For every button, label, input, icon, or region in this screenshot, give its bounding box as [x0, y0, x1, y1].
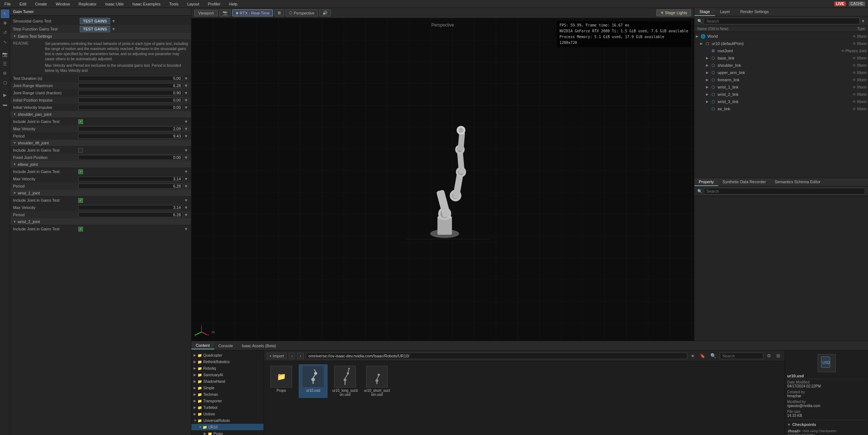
perspective-btn[interactable]: ⬡ Perspective — [286, 9, 318, 16]
menu-item-help[interactable]: Help — [228, 1, 239, 7]
asset-ur10[interactable]: ur10.usd — [299, 364, 328, 398]
stage-lights-button[interactable]: ☀ Stage Lights — [656, 9, 691, 16]
step-function-test-gains-button[interactable]: TEST GAINS — [80, 26, 110, 32]
wrist2-link-eye-icon[interactable]: 👁 — [852, 93, 857, 97]
tab-layer[interactable]: Layer — [715, 8, 735, 16]
tree-item-shoulder-link[interactable]: ▶ ⬡ shoulder_link 👁 Xform — [694, 62, 868, 69]
path-input[interactable] — [306, 353, 687, 359]
file-item-turtlebot[interactable]: ▶ 📁 Turtlebot — [191, 404, 263, 411]
sidebar-icon-graph[interactable]: ⬡ — [1, 78, 9, 87]
shoulder-pan-period-input[interactable]: 9.43 — [78, 134, 183, 139]
file-item-props[interactable]: ▶ 📁 Props — [191, 430, 263, 435]
stage-filter-icon[interactable]: ▼ — [861, 19, 865, 23]
ur10-eye-icon[interactable]: 👁 — [852, 42, 857, 46]
sidebar-icon-move[interactable]: ✥ — [1, 19, 9, 28]
rtx-mode-btn[interactable]: ◈ RTX - Real-Time — [232, 9, 273, 16]
camera-icon-btn[interactable]: 📷 — [219, 9, 231, 16]
menu-item-edit[interactable]: Edit — [18, 1, 28, 7]
elbow-period-input[interactable]: 6.28 — [78, 184, 183, 189]
sidebar-icon-camera[interactable]: 📷 — [1, 50, 9, 59]
menu-item-file[interactable]: File — [3, 1, 12, 7]
menu-item-tools[interactable]: Tools — [168, 1, 180, 7]
elbow-include-checkbox[interactable]: ✓ — [78, 169, 83, 174]
menu-item-profiler[interactable]: Profiler — [207, 1, 222, 7]
sidebar-icon-bars[interactable]: ▬ — [1, 100, 9, 109]
wrist1-period-input[interactable]: 6.28 — [78, 212, 183, 217]
sidebar-icon-scale[interactable]: ⤡ — [1, 38, 9, 46]
tab-semantics[interactable]: Semantics Schema Editor — [770, 178, 825, 186]
checkpoint-head[interactable]: #head> <Not using Checkpoint> 04/17/24 0… — [787, 428, 866, 435]
tree-item-rootjoint[interactable]: ⚙ rootJoint 👁 Physics Joint — [694, 47, 868, 54]
rootjoint-eye-icon[interactable]: 👁 — [840, 49, 846, 53]
wrist1-link-eye-icon[interactable]: 👁 — [852, 85, 857, 89]
tab-synthetic-data[interactable]: Synthetic Data Recorder — [718, 178, 771, 186]
menu-item-window[interactable]: Window — [54, 1, 71, 7]
tree-item-world[interactable]: ▶ 🌐 World 👁 Xform — [694, 33, 868, 40]
initial-vel-impulse-input[interactable]: 0.00 — [78, 105, 183, 110]
shoulder-pan-max-vel-input[interactable]: 2.09 — [78, 126, 183, 131]
tree-item-ur10[interactable]: ▶ ⬡ ur10 (defaultPrim) 👁 Xform — [694, 40, 868, 47]
tree-item-forearm-link[interactable]: ▶ ⬡ forearm_link 👁 Xform — [694, 76, 868, 83]
menu-item-create[interactable]: Create — [34, 1, 49, 7]
tab-console[interactable]: Console — [214, 342, 237, 349]
file-item-sanctuaryai[interactable]: ▶ 📁 SanctuaryAI — [191, 372, 263, 378]
file-item-unitree[interactable]: ▶ 📁 Unitree — [191, 411, 263, 417]
joint-range-max-input[interactable]: 6.28 — [78, 83, 183, 88]
file-item-universalrobots[interactable]: ▼ 📁 UniversalRobots — [191, 417, 263, 424]
content-search-input[interactable] — [720, 353, 763, 359]
wrist2-joint-header[interactable]: ▼ wrist_2_joint — [10, 218, 191, 225]
file-item-shadowhand[interactable]: ▶ 📁 ShadowHand — [191, 378, 263, 385]
world-eye-icon[interactable]: 👁 — [852, 34, 857, 38]
shoulder-pan-include-checkbox[interactable]: ✓ — [78, 119, 83, 124]
shoulder-link-eye-icon[interactable]: 👁 — [852, 63, 857, 67]
sidebar-icon-physics[interactable]: ⚙ — [1, 69, 9, 78]
render-options-btn[interactable]: ⊞ — [274, 9, 284, 16]
nav-back-button[interactable]: ‹ — [289, 353, 295, 359]
sinusoidal-test-gains-button[interactable]: TEST GAINS — [80, 18, 110, 24]
nav-forward-button[interactable]: › — [297, 353, 304, 359]
elbow-joint-header[interactable]: ▼ elbow_joint — [10, 161, 191, 168]
asset-ur10-long[interactable]: ur10_long_suction.usd — [331, 364, 360, 398]
wrist3-link-eye-icon[interactable]: 👁 — [852, 100, 857, 104]
file-item-rethink[interactable]: ▶ 📁 RethinkRobotics — [191, 358, 263, 365]
audio-btn[interactable]: 🔊 — [319, 9, 331, 16]
tree-item-wrist2-link[interactable]: ▶ ⬡ wrist_2_link 👁 Xform — [694, 91, 868, 98]
sidebar-icon-flow[interactable]: ▶ — [1, 91, 9, 99]
search-button[interactable]: 🔍 — [709, 353, 718, 358]
shoulder-lift-fixed-pos-input[interactable]: 0.00 — [78, 155, 183, 160]
shoulder-pan-joint-header[interactable]: ▼ shoulder_pan_joint — [10, 111, 191, 118]
asset-props[interactable]: 📁 Props — [267, 364, 296, 398]
viewport-canvas[interactable]: Perspective FPS: 59.99, Frame time: 16.6… — [191, 18, 694, 341]
checkpoints-collapse-icon[interactable]: ▼ — [787, 423, 791, 427]
sidebar-icon-rotate[interactable]: ↺ — [1, 28, 9, 37]
file-item-simple[interactable]: ▶ 📁 Simple — [191, 385, 263, 391]
ee-link-eye-icon[interactable]: 👁 — [852, 107, 857, 111]
wrist1-joint-header[interactable]: ▼ wrist_1_joint — [10, 190, 191, 197]
tree-item-ee-link[interactable]: ⬡ ee_link 👁 Xform — [694, 105, 868, 112]
bookmark2-button[interactable]: 🔖 — [698, 353, 707, 358]
menu-item-isaac-utils[interactable]: Isaac Utils — [104, 1, 125, 7]
wrist2-include-checkbox[interactable]: ✓ — [78, 227, 83, 231]
tab-stage[interactable]: Stage — [694, 8, 715, 16]
file-item-ur10[interactable]: ▼ 📁 UR10 — [191, 424, 263, 430]
file-item-robotiq[interactable]: ▶ 📁 Robotiq — [191, 365, 263, 372]
gains-test-settings-header[interactable]: ▼ Gains Test Settings — [10, 33, 191, 40]
file-item-techman[interactable]: ▶ 📁 Techman — [191, 391, 263, 398]
menu-item-replicator[interactable]: Replicator — [77, 1, 98, 7]
tab-isaac-assets[interactable]: Isaac Assets (Beta) — [237, 342, 281, 349]
test-duration-input[interactable]: 5.00 — [78, 76, 183, 81]
sidebar-icon-layers[interactable]: ☰ — [1, 59, 9, 68]
viewport-tab[interactable]: Viewport — [194, 10, 218, 16]
wrist1-include-checkbox[interactable]: ✓ — [78, 198, 83, 203]
filter-button[interactable]: ⚙ — [765, 353, 773, 358]
import-button[interactable]: + Import — [267, 353, 287, 359]
file-item-quadcopter[interactable]: ▶ 📁 Quadcopter — [191, 352, 263, 358]
tree-item-wrist3-link[interactable]: ▶ ⬡ wrist_3_link 👁 Xform — [694, 98, 868, 105]
tree-item-base-link[interactable]: ▶ ⬡ base_link 👁 Xform — [694, 54, 868, 62]
property-search-input[interactable] — [704, 188, 865, 194]
shoulder-lift-include-checkbox[interactable]: ✓ — [78, 148, 83, 153]
tab-content[interactable]: Content — [191, 342, 214, 349]
stage-search-input[interactable] — [704, 18, 860, 24]
base-link-eye-icon[interactable]: 👁 — [852, 56, 857, 60]
sidebar-icon-cursor[interactable]: ↖ — [1, 9, 9, 18]
